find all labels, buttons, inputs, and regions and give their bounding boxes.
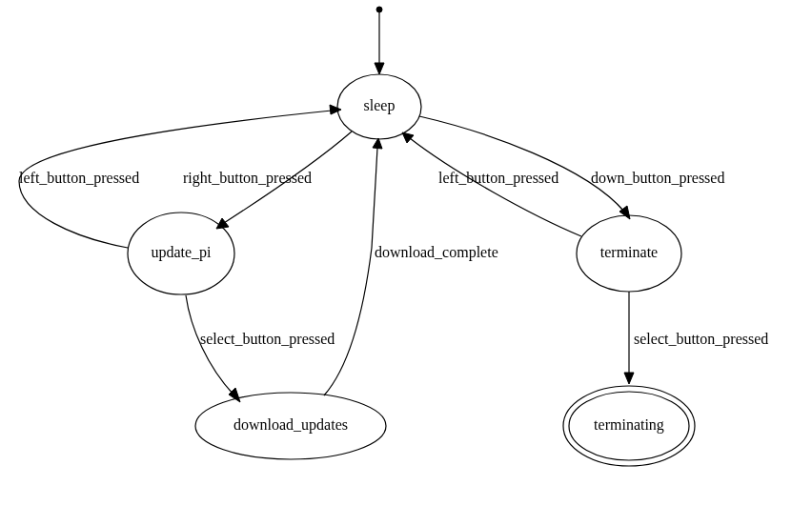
state-download-updates-label: download_updates — [233, 416, 348, 434]
state-sleep-label: sleep — [364, 97, 396, 114]
edge-download-to-sleep — [324, 148, 377, 395]
initial-state-dot — [376, 7, 382, 12]
edge-terminate-to-sleep-label: left_button_pressed — [438, 170, 558, 187]
state-terminate-label: terminate — [600, 244, 658, 260]
svg-marker-4 — [373, 138, 382, 149]
edge-sleep-to-updatepi-label: right_button_pressed — [183, 170, 312, 187]
svg-marker-6 — [402, 132, 414, 143]
state-update-pi-label: update_pi — [151, 244, 212, 261]
svg-marker-0 — [375, 63, 384, 74]
svg-marker-2 — [330, 105, 341, 114]
edge-terminate-to-sleep — [410, 138, 581, 236]
svg-marker-7 — [624, 373, 634, 384]
edge-sleep-to-terminate — [419, 116, 624, 212]
edge-sleep-to-terminate-label: down_button_pressed — [591, 170, 724, 187]
edge-updatepi-to-download-label: select_button_pressed — [200, 331, 335, 348]
state-terminating-label: terminating — [594, 416, 664, 434]
state-diagram: sleep update_pi download_updates termina… — [0, 0, 812, 506]
edge-download-to-sleep-label: download_complete — [375, 244, 498, 261]
edge-terminate-to-terminating-label: select_button_pressed — [634, 331, 768, 348]
edge-updatepi-to-sleep-label: left_button_pressed — [19, 170, 139, 187]
